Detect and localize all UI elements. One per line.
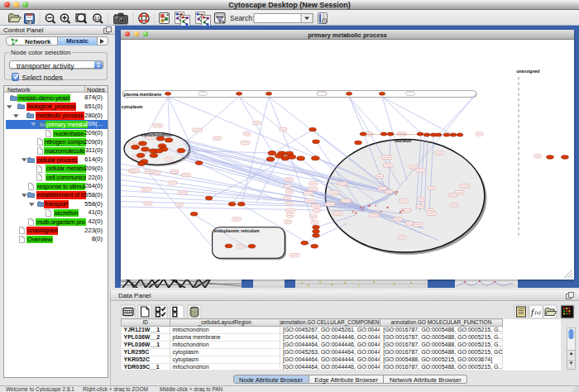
svg-text:mitochondrion: mitochondrion (141, 132, 172, 137)
svg-text:unassigned: unassigned (517, 69, 540, 74)
svg-text:1:1: 1:1 (94, 17, 100, 21)
svg-text:plasma membrane: plasma membrane (124, 92, 162, 97)
svg-text:(x): (x) (535, 309, 541, 316)
svg-text:cytoplasm: cytoplasm (122, 104, 143, 109)
svg-text:nucleus: nucleus (395, 138, 411, 143)
svg-text:endoplasmic reticulum: endoplasmic reticulum (214, 228, 260, 233)
svg-text:Search:: Search: (230, 14, 254, 22)
